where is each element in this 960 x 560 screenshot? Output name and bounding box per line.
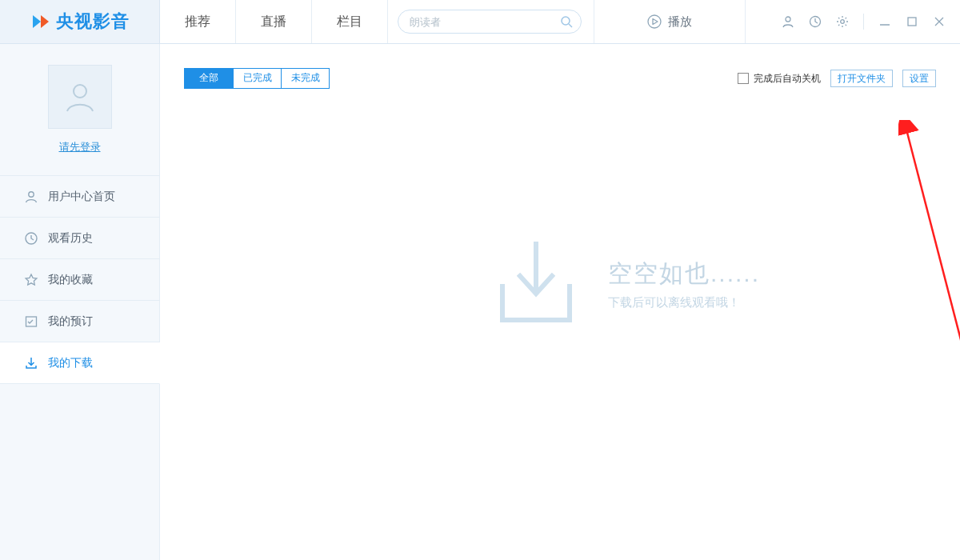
main-panel: 全部 已完成 未完成 完成后自动关机 打开文件夹 设置: [160, 44, 960, 560]
sidebar-item-label: 用户中心首页: [48, 190, 115, 204]
close-icon[interactable]: [933, 15, 946, 28]
star-icon: [24, 273, 38, 287]
search-wrap: [398, 0, 594, 43]
auto-shutdown-label: 完成后自动关机: [754, 72, 821, 86]
settings-gear-icon[interactable]: [836, 15, 849, 28]
search-input[interactable]: [410, 16, 560, 28]
user-icon: [24, 190, 38, 204]
toolbar-right: 完成后自动关机 打开文件夹 设置: [738, 70, 936, 87]
sidebar-item-user-center[interactable]: 用户中心首页: [0, 176, 159, 218]
sidebar-item-downloads[interactable]: 我的下载: [0, 342, 160, 384]
play-label: 播放: [668, 14, 692, 30]
body: 请先登录 用户中心首页 观看历史 我的收藏 我的预订: [0, 44, 960, 560]
svg-point-3: [786, 17, 790, 22]
svg-point-9: [29, 191, 34, 196]
download-toolbar: 全部 已完成 未完成 完成后自动关机 打开文件夹 设置: [160, 44, 960, 89]
logo-icon: [30, 13, 51, 30]
settings-button[interactable]: 设置: [902, 70, 936, 87]
sidebar-item-label: 观看历史: [48, 231, 93, 246]
svg-point-5: [841, 20, 845, 24]
auto-shutdown-checkbox[interactable]: 完成后自动关机: [738, 72, 821, 86]
checklist-icon: [24, 314, 38, 329]
annotation-arrow-icon: [898, 120, 960, 360]
svg-line-1: [569, 24, 572, 27]
search-box[interactable]: [398, 10, 582, 34]
empty-title: 空空如也......: [608, 258, 760, 290]
user-icon[interactable]: [782, 15, 794, 28]
download-empty-icon: [488, 236, 584, 332]
empty-state: 空空如也...... 下载后可以离线观看哦！: [488, 236, 760, 332]
app-logo[interactable]: 央视影音: [0, 0, 160, 43]
play-button[interactable]: 播放: [594, 0, 746, 43]
svg-point-2: [648, 15, 661, 28]
checkbox-icon: [738, 73, 749, 84]
tab-live[interactable]: 直播: [236, 0, 312, 43]
tab-recommend[interactable]: 推荐: [160, 0, 236, 43]
maximize-icon[interactable]: [906, 15, 918, 28]
tab-columns[interactable]: 栏目: [312, 0, 388, 43]
svg-point-0: [562, 17, 570, 25]
sidebar-item-reservations[interactable]: 我的预订: [0, 301, 159, 342]
filter-group: 全部 已完成 未完成: [184, 68, 330, 89]
sidebar-item-label: 我的预订: [48, 314, 93, 329]
svg-point-8: [74, 85, 86, 98]
svg-line-12: [906, 130, 960, 352]
top-bar: 央视影音 推荐 直播 栏目 播放: [0, 0, 960, 44]
filter-completed[interactable]: 已完成: [233, 69, 281, 88]
sidebar-item-label: 我的下载: [48, 356, 93, 370]
svg-rect-7: [908, 18, 916, 26]
filter-incomplete[interactable]: 未完成: [281, 69, 329, 88]
open-folder-button[interactable]: 打开文件夹: [830, 70, 893, 87]
search-icon[interactable]: [560, 15, 573, 28]
play-icon: [647, 14, 662, 29]
minimize-icon[interactable]: [878, 15, 891, 28]
download-icon: [24, 356, 38, 370]
sidebar: 请先登录 用户中心首页 观看历史 我的收藏 我的预订: [0, 44, 160, 560]
sidebar-item-history[interactable]: 观看历史: [0, 218, 159, 259]
logo-text: 央视影音: [56, 10, 130, 34]
separator: [863, 14, 864, 30]
history-icon[interactable]: [809, 15, 822, 28]
profile-box: 请先登录: [0, 44, 159, 176]
sidebar-item-favorites[interactable]: 我的收藏: [0, 259, 159, 301]
window-controls: [746, 0, 960, 43]
clock-icon: [24, 231, 38, 246]
sidebar-item-label: 我的收藏: [48, 273, 93, 287]
empty-subtitle: 下载后可以离线观看哦！: [608, 295, 760, 310]
filter-all[interactable]: 全部: [185, 69, 233, 88]
avatar[interactable]: [48, 65, 112, 129]
login-link[interactable]: 请先登录: [59, 140, 101, 154]
empty-text: 空空如也...... 下载后可以离线观看哦！: [608, 258, 760, 310]
